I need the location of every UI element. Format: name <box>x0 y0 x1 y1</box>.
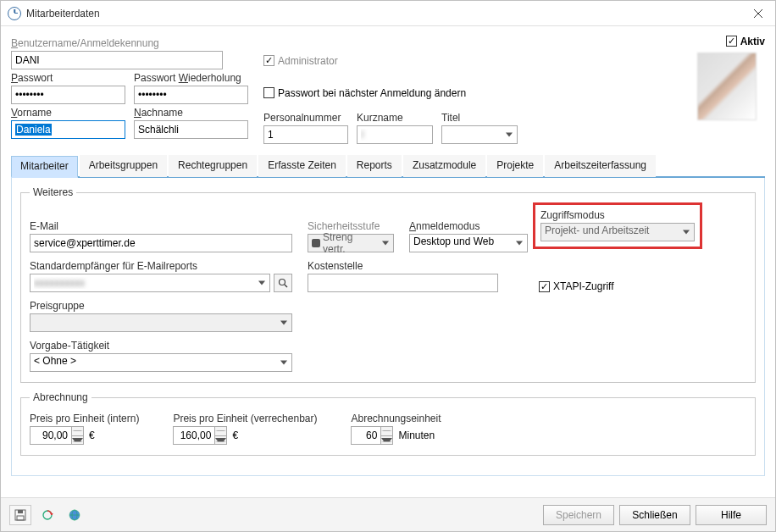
magnifier-icon <box>278 278 288 288</box>
personalnr-label: Personalnummer <box>263 112 348 124</box>
save-button[interactable]: Speichern <box>543 505 614 525</box>
sicherheitsstufe-combo[interactable]: Streng vertr. <box>308 234 394 252</box>
tab-reports[interactable]: Reports <box>347 155 402 177</box>
svg-point-2 <box>280 280 285 285</box>
zugriffsmodus-highlight: Zugriffsmodus Projekt- und Arbeitszeit <box>533 202 702 249</box>
spin-up[interactable] <box>72 427 83 436</box>
window-title: Mitarbeiterdaten <box>26 8 741 19</box>
aktiv-label: Aktiv <box>740 36 765 47</box>
globe-refresh-icon <box>41 508 54 522</box>
abrechnungseinheit-stepper[interactable] <box>351 426 393 445</box>
preisgruppe-label: Preisgruppe <box>30 300 292 312</box>
close-icon <box>754 9 762 18</box>
tab-erfasste-zeiten[interactable]: Erfasste Zeiten <box>258 155 346 177</box>
tab-zusatzmodule[interactable]: Zusatzmodule <box>403 155 485 177</box>
lock-icon <box>312 239 320 247</box>
app-icon <box>8 7 21 20</box>
aktiv-checkbox[interactable]: Aktiv <box>726 36 765 47</box>
search-empfaenger-button[interactable] <box>274 274 292 292</box>
titel-combo[interactable] <box>441 125 518 144</box>
content-area: Benutzername/Anmeldekennung Passwort Pas… <box>1 26 775 476</box>
kurzname-field[interactable] <box>357 125 433 144</box>
xtapi-label: XTAPI-Zugriff <box>553 280 614 292</box>
tab-projekte[interactable]: Projekte <box>487 155 543 177</box>
titel-label: Titel <box>441 112 518 124</box>
employee-photo[interactable] <box>697 53 757 120</box>
minutes-label: Minuten <box>398 429 435 441</box>
pwdchange-label: Passwort bei nächster Anmeldung ändern <box>278 87 466 99</box>
preis-verrechenbar-stepper[interactable] <box>173 426 227 445</box>
globe-icon <box>68 508 81 522</box>
kostenstelle-field[interactable] <box>308 274 498 292</box>
currency-label: € <box>232 429 238 441</box>
titlebar: Mitarbeiterdaten <box>1 1 775 26</box>
std-empfaenger-label: Standardempfänger für E-Mailreports <box>30 260 292 272</box>
spin-down[interactable] <box>381 436 392 445</box>
preis-intern-label: Preis pro Einheit (intern) <box>30 413 139 424</box>
help-button[interactable]: Hilfe <box>696 505 767 525</box>
abrechnung-group: Abrechnung Preis pro Einheit (intern) € <box>20 391 756 456</box>
kurzname-label: Kurzname <box>357 112 433 124</box>
tab-strip: Mitarbeiter Arbeitsgruppen Rechtegruppen… <box>11 154 765 178</box>
spin-up[interactable] <box>215 427 226 436</box>
username-field[interactable] <box>11 51 223 69</box>
preis-intern-stepper[interactable] <box>30 426 84 445</box>
lastname-field[interactable] <box>134 120 248 139</box>
vorgabe-taetigkeit-label: Vorgabe-Tätigkeit <box>30 340 292 352</box>
admin-label: Administrator <box>278 55 338 67</box>
firstname-label: Vorname <box>11 107 125 119</box>
admin-checkbox[interactable]: Administrator <box>263 55 338 67</box>
close-button[interactable] <box>741 1 775 26</box>
password-repeat-field[interactable] <box>134 86 248 104</box>
svg-line-3 <box>285 285 287 287</box>
spin-down[interactable] <box>72 436 83 445</box>
currency-label: € <box>89 429 95 441</box>
weiteres-group: Weiteres E-Mail Sicherheitsstufe Streng … <box>20 186 756 383</box>
lastname-label: Nachname <box>134 107 248 119</box>
zugriffsmodus-label: Zugriffsmodus <box>540 209 695 221</box>
floppy-icon <box>14 509 26 521</box>
abrechnungseinheit-label: Abrechnungseinheit <box>351 413 441 424</box>
anmeldemodus-label: Anmeldemodus <box>409 220 528 232</box>
pwdchange-checkbox[interactable]: Passwort bei nächster Anmeldung ändern <box>263 87 466 99</box>
password-label: Passwort <box>11 72 125 84</box>
firstname-field[interactable]: Daniela <box>11 120 125 139</box>
anmeldemodus-combo[interactable]: Desktop und Web <box>409 234 528 252</box>
email-field[interactable] <box>30 234 292 252</box>
personalnr-field[interactable] <box>263 125 348 144</box>
close-button-footer[interactable]: Schließen <box>619 505 690 525</box>
tab-mitarbeiter[interactable]: Mitarbeiter <box>11 156 78 178</box>
checkbox-icon <box>726 36 737 47</box>
xtapi-checkbox[interactable]: XTAPI-Zugriff <box>539 280 614 292</box>
preis-verrechenbar-label: Preis pro Einheit (verrechenbar) <box>173 413 317 424</box>
password-repeat-label: Passwort Wiederholung <box>134 72 248 84</box>
weiteres-legend: Weiteres <box>30 186 76 198</box>
globe-button[interactable] <box>64 505 86 525</box>
svg-marker-8 <box>50 513 53 515</box>
spin-up[interactable] <box>381 427 392 436</box>
email-label: E-Mail <box>30 220 292 232</box>
password-field[interactable] <box>11 86 125 104</box>
checkbox-icon <box>263 55 274 66</box>
vorgabe-taetigkeit-combo[interactable]: < Ohne > <box>30 353 292 372</box>
username-label: Benutzername/Anmeldekennung <box>11 37 248 49</box>
spin-down[interactable] <box>215 436 226 445</box>
preisgruppe-combo[interactable] <box>30 313 292 332</box>
tab-arbeitsgruppen[interactable]: Arbeitsgruppen <box>80 155 167 177</box>
main-window: Mitarbeiterdaten Benutzername/Anmeldeken… <box>0 0 776 532</box>
refresh-button[interactable] <box>36 505 58 525</box>
save-disk-button[interactable] <box>9 505 31 525</box>
abrechnung-legend: Abrechnung <box>30 391 91 403</box>
svg-rect-5 <box>18 510 23 513</box>
kostenstelle-label: Kostenstelle <box>308 260 498 272</box>
zugriffsmodus-combo[interactable]: Projekt- und Arbeitszeit <box>540 223 695 241</box>
sicherheitsstufe-label: Sicherheitsstufe <box>308 220 394 232</box>
checkbox-icon <box>539 281 550 292</box>
tab-body: Weiteres E-Mail Sicherheitsstufe Streng … <box>11 178 765 476</box>
std-empfaenger-combo[interactable] <box>30 274 270 292</box>
tab-rechtegruppen[interactable]: Rechtegruppen <box>169 155 257 177</box>
svg-rect-6 <box>17 516 24 520</box>
checkbox-icon <box>263 87 274 98</box>
footer-bar: Speichern Schließen Hilfe <box>1 497 775 531</box>
tab-arbeitszeiterfassung[interactable]: Arbeitszeiterfassung <box>545 155 656 177</box>
